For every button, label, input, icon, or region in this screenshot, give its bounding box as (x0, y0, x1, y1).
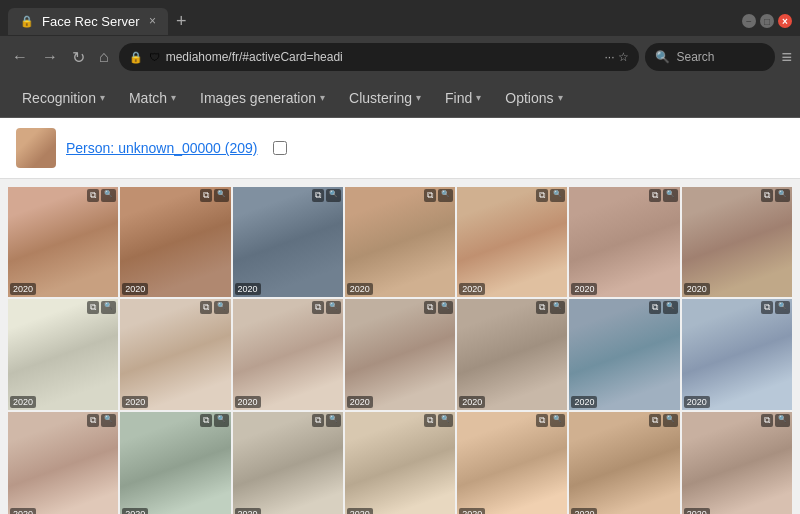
grid-cell[interactable]: 2020⧉🔍 (120, 412, 230, 514)
external-link-icon[interactable]: ⧉ (312, 189, 324, 202)
cell-action-icons: ⧉🔍 (536, 301, 565, 314)
external-link-icon[interactable]: ⧉ (87, 189, 99, 202)
search-icon[interactable]: 🔍 (775, 414, 790, 427)
external-link-icon[interactable]: ⧉ (761, 189, 773, 202)
grid-cell[interactable]: 2020⧉🔍 (682, 187, 792, 297)
person-link[interactable]: Person: unknown_00000 (209) (66, 140, 257, 156)
grid-cell[interactable]: 2020⧉🔍 (233, 412, 343, 514)
grid-cell[interactable]: 2020⧉🔍 (345, 187, 455, 297)
nav-options[interactable]: Options ▾ (493, 82, 574, 114)
grid-cell[interactable]: 2020⧉🔍 (120, 187, 230, 297)
search-icon[interactable]: 🔍 (438, 189, 453, 202)
back-button[interactable]: ← (8, 46, 32, 68)
search-icon[interactable]: 🔍 (214, 301, 229, 314)
refresh-button[interactable]: ↻ (68, 46, 89, 69)
nav-clustering[interactable]: Clustering ▾ (337, 82, 433, 114)
minimize-button[interactable]: − (742, 14, 756, 28)
cell-action-icons: ⧉🔍 (424, 301, 453, 314)
address-bar: ← → ↻ ⌂ 🔒 🛡 mediahome/fr/#activeCard=hea… (0, 36, 800, 78)
grid-cell[interactable]: 2020⧉🔍 (569, 412, 679, 514)
new-tab-button[interactable]: + (168, 11, 195, 32)
tab-close-button[interactable]: × (149, 14, 156, 28)
search-bar[interactable]: 🔍 Search (645, 43, 775, 71)
grid-cell[interactable]: 2020⧉🔍 (569, 187, 679, 297)
avatar (16, 128, 56, 168)
external-link-icon[interactable]: ⧉ (761, 414, 773, 427)
search-icon[interactable]: 🔍 (438, 301, 453, 314)
year-label: 2020 (347, 283, 373, 295)
grid-cell[interactable]: 2020⧉🔍 (457, 412, 567, 514)
search-icon[interactable]: 🔍 (550, 189, 565, 202)
grid-cell[interactable]: 2020⧉🔍 (233, 299, 343, 409)
url-icons: ··· ☆ (604, 50, 629, 64)
search-icon[interactable]: 🔍 (101, 301, 116, 314)
external-link-icon[interactable]: ⧉ (87, 414, 99, 427)
home-button[interactable]: ⌂ (95, 46, 113, 68)
nav-match[interactable]: Match ▾ (117, 82, 188, 114)
maximize-button[interactable]: □ (760, 14, 774, 28)
search-icon[interactable]: 🔍 (438, 414, 453, 427)
search-icon[interactable]: 🔍 (214, 414, 229, 427)
external-link-icon[interactable]: ⧉ (424, 414, 436, 427)
year-label: 2020 (571, 283, 597, 295)
external-link-icon[interactable]: ⧉ (761, 301, 773, 314)
external-link-icon[interactable]: ⧉ (424, 189, 436, 202)
grid-cell[interactable]: 2020⧉🔍 (345, 299, 455, 409)
external-link-icon[interactable]: ⧉ (312, 301, 324, 314)
url-bar[interactable]: 🔒 🛡 mediahome/fr/#activeCard=headi ··· ☆ (119, 43, 640, 71)
external-link-icon[interactable]: ⧉ (200, 301, 212, 314)
close-button[interactable]: × (778, 14, 792, 28)
grid-cell[interactable]: 2020⧉🔍 (569, 299, 679, 409)
search-icon[interactable]: 🔍 (550, 301, 565, 314)
grid-cell[interactable]: 2020⧉🔍 (8, 187, 118, 297)
nav-images-generation[interactable]: Images generation ▾ (188, 82, 337, 114)
grid-cell[interactable]: 2020⧉🔍 (345, 412, 455, 514)
grid-cell[interactable]: 2020⧉🔍 (233, 187, 343, 297)
nav-find[interactable]: Find ▾ (433, 82, 493, 114)
search-icon[interactable]: 🔍 (775, 189, 790, 202)
external-link-icon[interactable]: ⧉ (424, 301, 436, 314)
search-icon[interactable]: 🔍 (214, 189, 229, 202)
external-link-icon[interactable]: ⧉ (536, 301, 548, 314)
external-link-icon[interactable]: ⧉ (200, 189, 212, 202)
external-link-icon[interactable]: ⧉ (200, 414, 212, 427)
year-label: 2020 (122, 396, 148, 408)
external-link-icon[interactable]: ⧉ (87, 301, 99, 314)
active-tab[interactable]: 🔒 Face Rec Server × (8, 8, 168, 35)
search-icon[interactable]: 🔍 (550, 414, 565, 427)
search-icon[interactable]: 🔍 (101, 189, 116, 202)
grid-cell[interactable]: 2020⧉🔍 (457, 299, 567, 409)
search-icon[interactable]: 🔍 (326, 301, 341, 314)
search-icon[interactable]: 🔍 (326, 414, 341, 427)
external-link-icon[interactable]: ⧉ (649, 414, 661, 427)
search-icon[interactable]: 🔍 (663, 301, 678, 314)
grid-cell[interactable]: 2020⧉🔍 (682, 412, 792, 514)
forward-button[interactable]: → (38, 46, 62, 68)
external-link-icon[interactable]: ⧉ (649, 301, 661, 314)
cell-action-icons: ⧉🔍 (424, 414, 453, 427)
browser-menu-button[interactable]: ≡ (781, 47, 792, 68)
external-link-icon[interactable]: ⧉ (649, 189, 661, 202)
search-icon[interactable]: 🔍 (663, 414, 678, 427)
search-icon[interactable]: 🔍 (775, 301, 790, 314)
year-label: 2020 (347, 396, 373, 408)
search-icon[interactable]: 🔍 (101, 414, 116, 427)
search-icon: 🔍 (655, 50, 670, 64)
external-link-icon[interactable]: ⧉ (536, 414, 548, 427)
external-link-icon[interactable]: ⧉ (312, 414, 324, 427)
grid-cell[interactable]: 2020⧉🔍 (8, 412, 118, 514)
search-icon[interactable]: 🔍 (663, 189, 678, 202)
grid-cell[interactable]: 2020⧉🔍 (682, 299, 792, 409)
grid-cell[interactable]: 2020⧉🔍 (8, 299, 118, 409)
external-link-icon[interactable]: ⧉ (536, 189, 548, 202)
chevron-down-icon: ▾ (416, 92, 421, 103)
grid-cell[interactable]: 2020⧉🔍 (120, 299, 230, 409)
grid-cell[interactable]: 2020⧉🔍 (457, 187, 567, 297)
url-text: mediahome/fr/#activeCard=headi (166, 50, 599, 64)
nav-recognition[interactable]: Recognition ▾ (10, 82, 117, 114)
year-label: 2020 (571, 396, 597, 408)
year-label: 2020 (684, 396, 710, 408)
search-icon[interactable]: 🔍 (326, 189, 341, 202)
person-checkbox[interactable] (273, 141, 287, 155)
nav-bar: Recognition ▾ Match ▾ Images generation … (0, 78, 800, 118)
